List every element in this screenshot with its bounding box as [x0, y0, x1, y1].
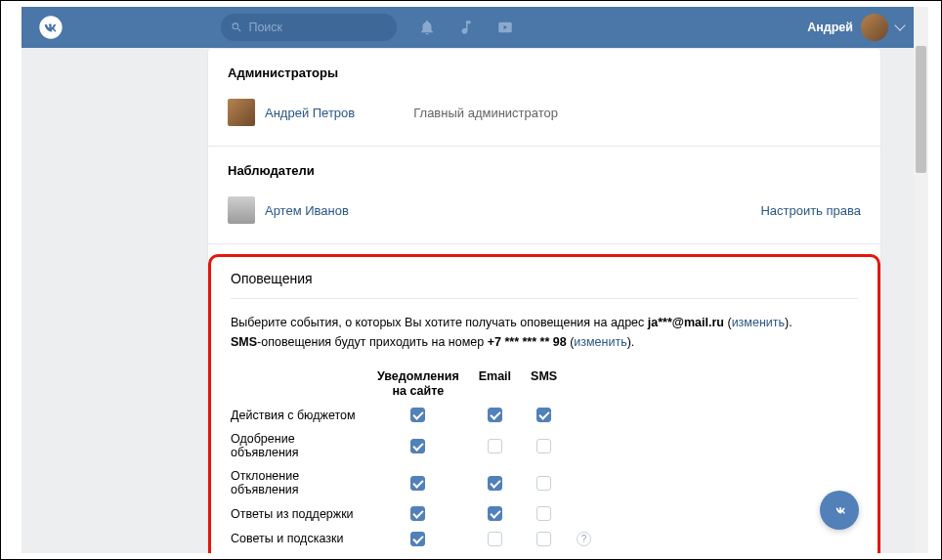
admin-row: Андрей Петров Главный администратор	[228, 93, 861, 132]
checkbox-sms[interactable]	[536, 532, 551, 546]
username: Андрей	[807, 21, 853, 34]
col-email: Email	[469, 366, 521, 403]
checkbox-site[interactable]	[410, 532, 425, 546]
notif-row: Отклонение объявления	[231, 464, 601, 501]
notif-row: Ответы из поддержки	[231, 501, 601, 526]
search-icon	[231, 21, 242, 34]
checkbox-site[interactable]	[410, 506, 425, 521]
scroll-thumb[interactable]	[916, 46, 926, 173]
change-phone-link[interactable]: изменить	[574, 335, 626, 349]
col-site: Уведомления на сайте	[367, 366, 469, 403]
search-input-container[interactable]	[221, 14, 397, 41]
avatar	[228, 99, 255, 126]
notifications-section: Оповещения Выберите события, о которых В…	[208, 254, 880, 553]
observer-row: Артем Иванов Настроить права	[228, 191, 861, 230]
checkbox-email[interactable]	[488, 476, 502, 491]
observers-title: Наблюдатели	[228, 160, 861, 191]
top-header: Андрей	[21, 7, 914, 48]
notif-row-label: Ответы из поддержки	[231, 501, 367, 526]
change-email-link[interactable]: изменить	[732, 316, 785, 329]
checkbox-email[interactable]	[488, 439, 502, 453]
video-icon[interactable]	[496, 19, 514, 36]
vk-fab-button[interactable]	[820, 491, 859, 530]
configure-rights-link[interactable]: Настроить права	[760, 203, 861, 218]
notifications-description: Выберите события, о которых Вы хотите по…	[231, 313, 858, 352]
checkbox-sms[interactable]	[536, 476, 551, 491]
notifications-table: Уведомления на сайте Email SMS Действия …	[231, 366, 601, 551]
admins-title: Администраторы	[228, 63, 861, 93]
notif-row-label: Отклонение объявления	[231, 464, 367, 501]
chevron-down-icon	[894, 20, 905, 30]
help-icon[interactable]: ?	[577, 532, 591, 546]
notif-row: Советы и подсказки?	[231, 526, 601, 550]
notif-row-label: Действия с бюджетом	[231, 403, 367, 427]
notif-row: Действия с бюджетом	[231, 403, 601, 427]
checkbox-sms[interactable]	[536, 439, 551, 453]
notifications-icon[interactable]	[418, 19, 436, 36]
checkbox-sms[interactable]	[536, 506, 551, 521]
search-input[interactable]	[248, 21, 387, 34]
settings-panel: Администраторы Андрей Петров Главный адм…	[207, 48, 881, 553]
checkbox-site[interactable]	[410, 439, 425, 453]
observer-name[interactable]: Артем Иванов	[265, 203, 349, 218]
checkbox-email[interactable]	[488, 408, 502, 422]
avatar	[861, 14, 888, 41]
checkbox-sms[interactable]	[536, 408, 551, 422]
scrollbar[interactable]	[914, 7, 928, 553]
admin-name[interactable]: Андрей Петров	[265, 106, 355, 120]
notifications-title: Оповещения	[231, 271, 858, 299]
notif-row-label: Одобрение объявления	[231, 427, 367, 464]
user-menu[interactable]: Андрей	[807, 14, 904, 41]
checkbox-email[interactable]	[488, 506, 502, 521]
checkbox-site[interactable]	[410, 408, 425, 422]
avatar	[228, 196, 255, 224]
col-sms: SMS	[521, 366, 567, 403]
notif-row-label: Советы и подсказки	[231, 526, 367, 550]
vk-logo-icon[interactable]	[37, 14, 64, 41]
checkbox-email[interactable]	[488, 532, 502, 546]
checkbox-site[interactable]	[410, 476, 425, 491]
music-icon[interactable]	[457, 19, 475, 36]
notif-row: Одобрение объявления	[231, 427, 601, 464]
admin-role: Главный администратор	[413, 106, 558, 120]
